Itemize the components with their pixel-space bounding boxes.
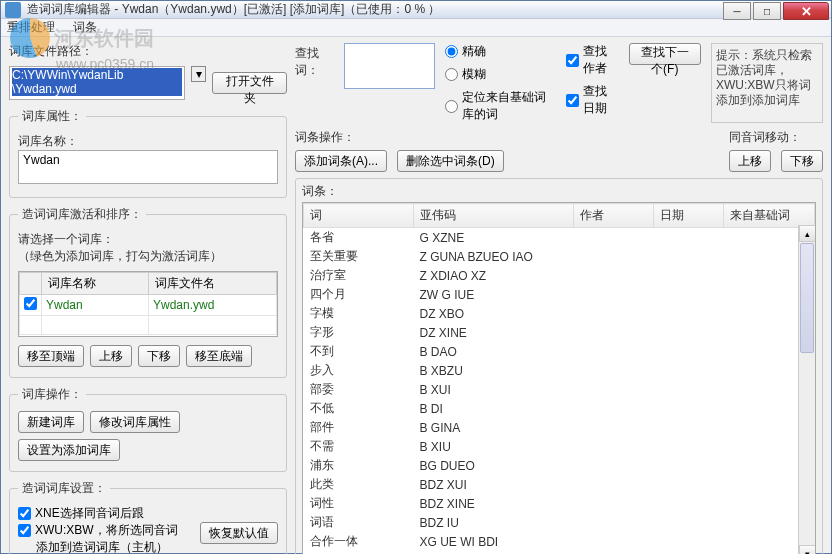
list-item[interactable]: 不到B DAO	[304, 342, 815, 361]
move-up-button[interactable]: 上移	[90, 345, 132, 367]
edit-attr-button[interactable]: 修改词库属性	[90, 411, 180, 433]
chk-xwu[interactable]	[18, 524, 31, 537]
list-item[interactable]: 步入B XBZU	[304, 361, 815, 380]
db-attrs-group: 词库属性： 词库名称： Ywdan	[9, 108, 287, 198]
list-item[interactable]: 四个月ZW G IUE	[304, 285, 815, 304]
list-item[interactable]: 字形DZ XINE	[304, 323, 815, 342]
close-button[interactable]: ✕	[783, 2, 829, 20]
app-icon	[5, 2, 21, 18]
new-db-button[interactable]: 新建词库	[18, 411, 84, 433]
hint-box: 提示：系统只检索已激活词库，XWU:XBW只将词添加到添加词库	[711, 43, 823, 123]
col-author[interactable]: 作者	[574, 204, 654, 228]
move-bottom-button[interactable]: 移至底端	[186, 345, 252, 367]
minimize-button[interactable]: ─	[723, 2, 751, 20]
syn-move-label: 同音词移动：	[729, 129, 823, 146]
activate-sort-group: 造词词库激活和排序： 请选择一个词库： （绿色为添加词库，打勾为激活词库） 词库…	[9, 206, 287, 378]
menu-entry[interactable]: 词条	[73, 19, 97, 36]
path-dropdown-icon[interactable]: ▾	[191, 66, 206, 82]
table-row[interactable]: Ywdan Ywdan.ywd	[20, 295, 277, 316]
menubar: 重排处理 词条	[1, 19, 831, 37]
list-item[interactable]: 词性BDZ XINE	[304, 494, 815, 513]
titlebar: 造词词库编辑器 - Ywdan（Ywdan.ywd）[已激活] [添加词库]（已…	[1, 1, 831, 19]
radio-base[interactable]	[445, 100, 458, 113]
path-input[interactable]: C:\YWWin\YwdanLib \Ywdan.ywd	[9, 66, 185, 100]
chk-date[interactable]	[566, 94, 579, 107]
db-ops-legend: 词库操作：	[18, 386, 86, 403]
col-word[interactable]: 词	[304, 204, 414, 228]
select-sub: （绿色为添加词库，打勾为激活词库）	[18, 248, 278, 265]
maximize-button[interactable]: □	[753, 2, 781, 20]
list-item[interactable]: 字模DZ XBO	[304, 304, 815, 323]
window-title: 造词词库编辑器 - Ywdan（Ywdan.ywd）[已激活] [添加词库]（已…	[27, 1, 827, 18]
entries-list[interactable]: 词 亚伟码 作者 日期 来自基础词 各省G XZNE至关重要Z GUNA BZU…	[302, 202, 816, 554]
col-base[interactable]: 来自基础词	[724, 204, 815, 228]
radio-exact[interactable]	[445, 45, 458, 58]
db-grid[interactable]: 词库名称 词库文件名 Ywdan Ywdan.ywd	[18, 271, 278, 337]
col-code[interactable]: 亚伟码	[414, 204, 574, 228]
scroll-thumb[interactable]	[800, 243, 814, 353]
open-folder-button[interactable]: 打开文件夹	[212, 72, 287, 94]
syn-down-button[interactable]: 下移	[781, 150, 823, 172]
restore-default-button[interactable]: 恢复默认值	[200, 522, 278, 544]
list-item[interactable]: 至关重要Z GUNA BZUEO IAO	[304, 247, 815, 266]
delete-entry-button[interactable]: 删除选中词条(D)	[397, 150, 504, 172]
db-name-input[interactable]: Ywdan	[18, 150, 278, 184]
activate-legend: 造词词库激活和排序：	[18, 206, 146, 223]
row-activate-check[interactable]	[24, 297, 37, 310]
search-input[interactable]	[344, 43, 435, 89]
list-item[interactable]: 此类BDZ XUI	[304, 475, 815, 494]
list-item[interactable]: 部委B XUI	[304, 380, 815, 399]
list-item[interactable]: 治疗室Z XDIAO XZ	[304, 266, 815, 285]
entries-label: 词条：	[302, 183, 816, 200]
chk-xne[interactable]	[18, 507, 31, 520]
list-item[interactable]: 词语BDZ IU	[304, 513, 815, 532]
chk-author[interactable]	[566, 54, 579, 67]
col-date[interactable]: 日期	[654, 204, 724, 228]
col-file[interactable]: 词库文件名	[148, 273, 276, 295]
list-item[interactable]: 浦东BG DUEO	[304, 456, 815, 475]
move-down-button[interactable]: 下移	[138, 345, 180, 367]
db-attrs-legend: 词库属性：	[18, 108, 86, 125]
move-top-button[interactable]: 移至顶端	[18, 345, 84, 367]
db-ops-group: 词库操作： 新建词库 修改词库属性 设置为添加词库	[9, 386, 287, 472]
list-item[interactable]: 不需B XIU	[304, 437, 815, 456]
search-label: 查找词：	[295, 43, 334, 123]
syn-up-button[interactable]: 上移	[729, 150, 771, 172]
db-settings-legend: 造词词库设置：	[18, 480, 110, 497]
set-add-button[interactable]: 设置为添加词库	[18, 439, 120, 461]
radio-fuzzy[interactable]	[445, 68, 458, 81]
add-entry-button[interactable]: 添加词条(A)...	[295, 150, 387, 172]
menu-queue[interactable]: 重排处理	[7, 19, 55, 36]
entry-ops-label: 词条操作：	[295, 129, 504, 146]
vertical-scrollbar[interactable]: ▴ ▾	[798, 225, 815, 554]
db-settings-group: 造词词库设置： XNE选择同音词后跟 XWU:XBW，将所选同音词 添加到造词词…	[9, 480, 287, 554]
find-next-button[interactable]: 查找下一个(F)	[629, 43, 701, 65]
list-item[interactable]: 各省G XZNE	[304, 228, 815, 248]
db-name-label: 词库名称：	[18, 133, 278, 150]
list-item[interactable]: 不低B DI	[304, 399, 815, 418]
list-item[interactable]: 部件B GINA	[304, 418, 815, 437]
col-name[interactable]: 词库名称	[42, 273, 149, 295]
select-hint: 请选择一个词库：	[18, 231, 278, 248]
path-label: 词库文件路径：	[9, 43, 287, 60]
list-item[interactable]: 合作一体XG UE WI BDI	[304, 532, 815, 551]
